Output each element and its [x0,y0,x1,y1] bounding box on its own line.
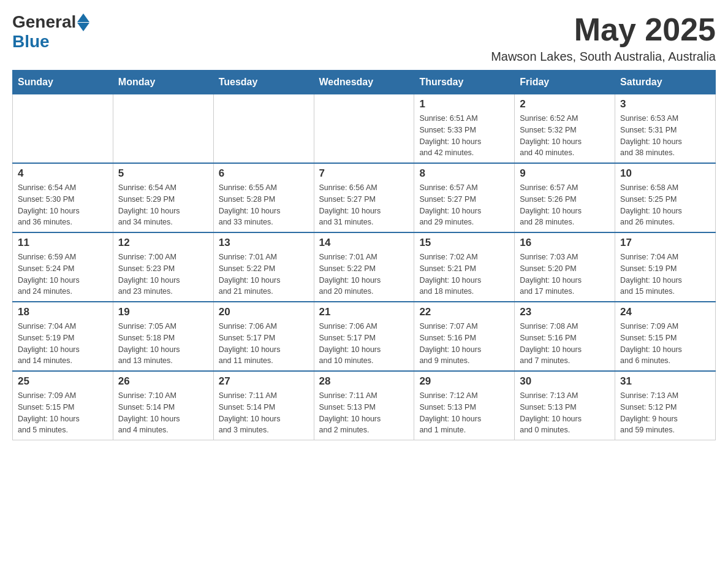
weekday-header-tuesday: Tuesday [213,71,314,94]
day-number: 4 [18,167,108,180]
weekday-header-saturday: Saturday [615,71,716,94]
day-info: Sunrise: 7:01 AMSunset: 5:22 PMDaylight:… [319,251,409,297]
day-info: Sunrise: 7:11 AMSunset: 5:13 PMDaylight:… [319,390,409,436]
day-number: 1 [419,98,509,110]
day-number: 2 [520,98,610,110]
day-number: 31 [620,375,710,388]
calendar-cell: 11Sunrise: 6:59 AMSunset: 5:24 PMDayligh… [13,232,113,302]
day-info: Sunrise: 6:53 AMSunset: 5:31 PMDaylight:… [620,113,710,159]
calendar-cell: 10Sunrise: 6:58 AMSunset: 5:25 PMDayligh… [615,163,716,232]
day-number: 6 [219,167,309,180]
day-info: Sunrise: 6:57 AMSunset: 5:27 PMDaylight:… [419,182,509,228]
day-info: Sunrise: 6:55 AMSunset: 5:28 PMDaylight:… [219,182,309,228]
day-number: 9 [520,167,610,180]
day-number: 21 [319,306,409,318]
day-info: Sunrise: 7:00 AMSunset: 5:23 PMDaylight:… [118,251,208,297]
day-info: Sunrise: 6:52 AMSunset: 5:32 PMDaylight:… [520,113,610,159]
calendar-cell: 6Sunrise: 6:55 AMSunset: 5:28 PMDaylight… [213,163,314,232]
day-info: Sunrise: 7:08 AMSunset: 5:16 PMDaylight:… [520,321,610,367]
calendar-cell [113,94,213,164]
calendar-cell [314,94,414,164]
day-number: 25 [18,375,108,388]
weekday-header-sunday: Sunday [13,71,113,94]
calendar-cell: 18Sunrise: 7:04 AMSunset: 5:19 PMDayligh… [13,302,113,371]
day-number: 12 [118,237,208,249]
day-info: Sunrise: 7:13 AMSunset: 5:12 PMDaylight:… [620,390,710,436]
day-info: Sunrise: 6:51 AMSunset: 5:33 PMDaylight:… [419,113,509,159]
day-number: 3 [620,98,710,110]
calendar-table: SundayMondayTuesdayWednesdayThursdayFrid… [12,70,716,440]
day-number: 11 [18,237,108,249]
day-info: Sunrise: 6:56 AMSunset: 5:27 PMDaylight:… [319,182,409,228]
day-info: Sunrise: 7:09 AMSunset: 5:15 PMDaylight:… [18,390,108,436]
day-number: 19 [118,306,208,318]
day-number: 20 [219,306,309,318]
day-info: Sunrise: 6:54 AMSunset: 5:29 PMDaylight:… [118,182,208,228]
day-number: 5 [118,167,208,180]
calendar-cell: 13Sunrise: 7:01 AMSunset: 5:22 PMDayligh… [213,232,314,302]
day-number: 24 [620,306,710,318]
day-number: 22 [419,306,509,318]
day-info: Sunrise: 7:10 AMSunset: 5:14 PMDaylight:… [118,390,208,436]
calendar-week-2: 4Sunrise: 6:54 AMSunset: 5:30 PMDaylight… [13,163,716,232]
day-info: Sunrise: 7:12 AMSunset: 5:13 PMDaylight:… [419,390,509,436]
day-number: 26 [118,375,208,388]
day-info: Sunrise: 7:04 AMSunset: 5:19 PMDaylight:… [620,251,710,297]
calendar-cell: 7Sunrise: 6:56 AMSunset: 5:27 PMDaylight… [314,163,414,232]
day-number: 28 [319,375,409,388]
calendar-cell [13,94,113,164]
location: Mawson Lakes, South Australia, Australia [491,50,716,64]
weekday-header-friday: Friday [515,71,615,94]
weekday-header-thursday: Thursday [414,71,515,94]
day-number: 15 [419,237,509,249]
calendar-cell: 31Sunrise: 7:13 AMSunset: 5:12 PMDayligh… [615,371,716,440]
day-info: Sunrise: 7:13 AMSunset: 5:13 PMDaylight:… [520,390,610,436]
day-number: 17 [620,237,710,249]
title-section: May 2025 Mawson Lakes, South Australia, … [491,12,716,64]
calendar-cell: 29Sunrise: 7:12 AMSunset: 5:13 PMDayligh… [414,371,515,440]
day-info: Sunrise: 7:11 AMSunset: 5:14 PMDaylight:… [219,390,309,436]
calendar-cell: 12Sunrise: 7:00 AMSunset: 5:23 PMDayligh… [113,232,213,302]
day-number: 18 [18,306,108,318]
calendar-cell: 17Sunrise: 7:04 AMSunset: 5:19 PMDayligh… [615,232,716,302]
calendar-cell: 19Sunrise: 7:05 AMSunset: 5:18 PMDayligh… [113,302,213,371]
day-info: Sunrise: 7:06 AMSunset: 5:17 PMDaylight:… [219,321,309,367]
day-number: 23 [520,306,610,318]
day-number: 16 [520,237,610,249]
day-info: Sunrise: 6:57 AMSunset: 5:26 PMDaylight:… [520,182,610,228]
logo-general: General [12,12,76,32]
calendar-week-4: 18Sunrise: 7:04 AMSunset: 5:19 PMDayligh… [13,302,716,371]
calendar-cell: 15Sunrise: 7:02 AMSunset: 5:21 PMDayligh… [414,232,515,302]
calendar-week-5: 25Sunrise: 7:09 AMSunset: 5:15 PMDayligh… [13,371,716,440]
calendar-cell: 8Sunrise: 6:57 AMSunset: 5:27 PMDaylight… [414,163,515,232]
logo-blue: Blue [12,32,50,52]
calendar-cell [213,94,314,164]
calendar-cell: 2Sunrise: 6:52 AMSunset: 5:32 PMDaylight… [515,94,615,164]
day-info: Sunrise: 7:04 AMSunset: 5:19 PMDaylight:… [18,321,108,367]
day-number: 29 [419,375,509,388]
calendar-week-3: 11Sunrise: 6:59 AMSunset: 5:24 PMDayligh… [13,232,716,302]
day-info: Sunrise: 7:03 AMSunset: 5:20 PMDaylight:… [520,251,610,297]
calendar-cell: 3Sunrise: 6:53 AMSunset: 5:31 PMDaylight… [615,94,716,164]
calendar-cell: 27Sunrise: 7:11 AMSunset: 5:14 PMDayligh… [213,371,314,440]
day-number: 10 [620,167,710,180]
calendar-cell: 26Sunrise: 7:10 AMSunset: 5:14 PMDayligh… [113,371,213,440]
calendar-cell: 5Sunrise: 6:54 AMSunset: 5:29 PMDaylight… [113,163,213,232]
day-number: 13 [219,237,309,249]
calendar-cell: 30Sunrise: 7:13 AMSunset: 5:13 PMDayligh… [515,371,615,440]
calendar-cell: 28Sunrise: 7:11 AMSunset: 5:13 PMDayligh… [314,371,414,440]
weekday-header-wednesday: Wednesday [314,71,414,94]
weekday-header-row: SundayMondayTuesdayWednesdayThursdayFrid… [13,71,716,94]
day-number: 14 [319,237,409,249]
day-info: Sunrise: 6:58 AMSunset: 5:25 PMDaylight:… [620,182,710,228]
logo: General Blue [12,12,89,52]
day-info: Sunrise: 7:06 AMSunset: 5:17 PMDaylight:… [319,321,409,367]
page-header: General Blue May 2025 Mawson Lakes, Sout… [12,12,716,64]
day-info: Sunrise: 7:01 AMSunset: 5:22 PMDaylight:… [219,251,309,297]
weekday-header-monday: Monday [113,71,213,94]
calendar-cell: 24Sunrise: 7:09 AMSunset: 5:15 PMDayligh… [615,302,716,371]
day-number: 7 [319,167,409,180]
calendar-cell: 23Sunrise: 7:08 AMSunset: 5:16 PMDayligh… [515,302,615,371]
calendar-cell: 22Sunrise: 7:07 AMSunset: 5:16 PMDayligh… [414,302,515,371]
calendar-cell: 21Sunrise: 7:06 AMSunset: 5:17 PMDayligh… [314,302,414,371]
